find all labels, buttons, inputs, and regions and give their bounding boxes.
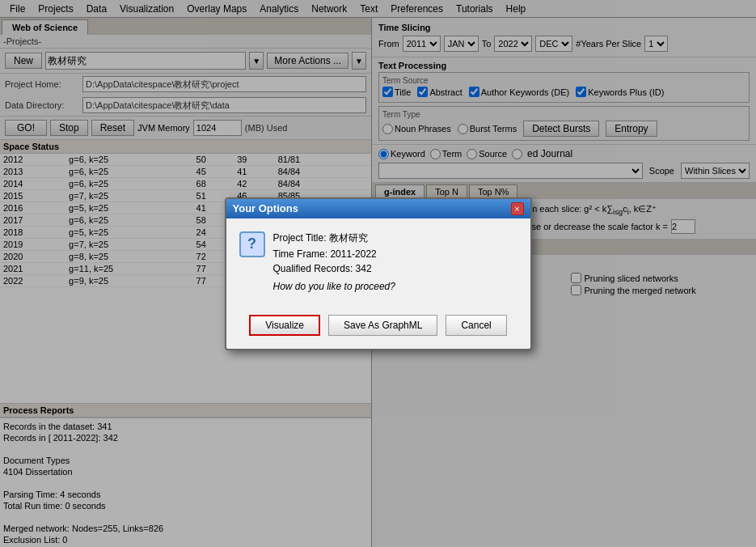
modal-project-title: Project Title: 教材研究	[273, 231, 517, 245]
modal-title: Your Options	[233, 202, 298, 214]
modal-dialog: Your Options × ? Project Title: 教材研究 Tim…	[225, 197, 532, 350]
visualize-button[interactable]: Visualize	[249, 315, 320, 336]
modal-time-frame: Time Frame: 2011-2022	[273, 248, 517, 260]
modal-qualified-records: Qualified Records: 342	[273, 263, 517, 274]
modal-footer: Visualize Save As GraphML Cancel	[226, 308, 530, 349]
modal-titlebar: Your Options ×	[226, 199, 530, 218]
cancel-button[interactable]: Cancel	[446, 315, 506, 336]
modal-icon: ?	[239, 231, 265, 257]
save-graphml-button[interactable]: Save As GraphML	[328, 315, 437, 336]
modal-question: How do you like to proceed?	[273, 281, 517, 292]
modal-close-button[interactable]: ×	[511, 202, 524, 215]
modal-overlay: Your Options × ? Project Title: 教材研究 Tim…	[0, 0, 756, 547]
modal-body: ? Project Title: 教材研究 Time Frame: 2011-2…	[226, 218, 530, 308]
modal-info: Project Title: 教材研究 Time Frame: 2011-202…	[273, 231, 517, 295]
